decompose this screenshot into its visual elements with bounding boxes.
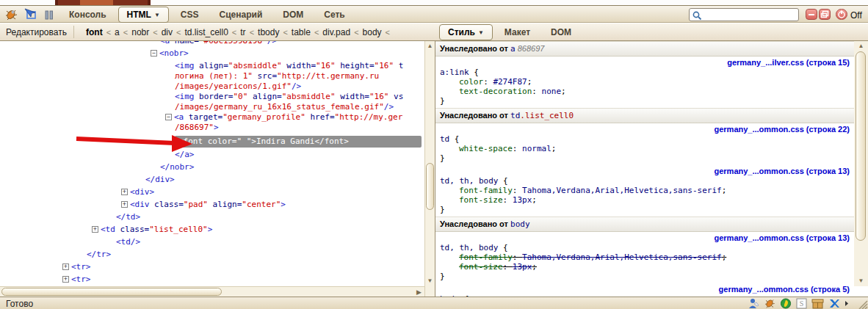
tree-node-row[interactable]: −<nobr> [0,48,424,59]
tab-консоль[interactable]: Консоль [60,7,115,23]
detach-button[interactable] [819,9,831,20]
tree-node-row[interactable]: </tr> [0,250,424,260]
tree-node-row[interactable]: логина (лет): 1" src="http://tt.germany.… [0,71,424,81]
tree-node-row[interactable]: −<a target="germany_profile" href="http:… [0,112,424,123]
firebug-icon[interactable] [4,8,18,21]
stylesheet-link[interactable]: germany_...ommon.css (строка 13) [440,167,850,176]
breadcrumb-item-tbody[interactable]: tbody [256,26,281,38]
header-element-ref[interactable]: 868697 [516,44,545,53]
package-icon[interactable] [811,298,824,309]
tree-node-row[interactable]: +<div> [0,187,424,197]
tab-html[interactable]: HTML▼ [118,7,169,23]
minimize-button[interactable] [806,9,817,20]
header-element-ref[interactable]: .list_cell0 [520,111,574,120]
css-property[interactable]: color: #274F87; [440,77,850,87]
stylesheet-link[interactable]: germany_...ommon.css (строка 22) [440,125,850,134]
scroll-up-icon[interactable]: ▲ [854,42,868,51]
breadcrumb-item-font[interactable]: font [84,26,105,38]
firebug-status-icon[interactable] [764,298,775,309]
expand-icon[interactable]: + [62,263,69,270]
tree-node-row[interactable]: <img border="0" align="absmiddle" width=… [0,92,424,102]
code-tag: <div> [130,187,154,197]
tree-node-row[interactable]: </div> [0,175,424,185]
selected-node-row[interactable]: <font color=" ">Indira Gandi</font> [0,136,424,148]
expand-icon[interactable]: + [121,201,128,208]
tree-node-row[interactable]: /images/yearicons/1.gif"/> [0,81,424,92]
style-vertical-scrollbar[interactable]: ▲ ▼ [854,41,868,286]
tree-horizontal-scrollbar[interactable]: ▶ [0,286,424,297]
chevron-down-icon: ▼ [478,29,484,36]
css-selector[interactable]: td, th, body { [440,176,850,186]
tree-node-row[interactable]: <a name="#08c15598198"/> [0,41,424,46]
side-tab-стиль[interactable]: Стиль▼ [439,24,493,40]
scroll-right-icon[interactable]: ▶ [416,288,422,297]
blue-x-icon[interactable] [828,298,840,309]
css-property[interactable]: font-family: Tahoma,Verdana,Arial,Helvet… [440,252,850,262]
breadcrumb-item-a[interactable]: a [112,26,122,38]
scrollbar-thumb[interactable] [426,163,434,210]
code-tag: <a [174,112,184,122]
expand-icon[interactable]: + [121,189,128,195]
breadcrumb-item-tr[interactable]: tr [238,26,247,38]
power-button[interactable] [836,9,847,20]
inspect-icon[interactable] [23,8,37,21]
tree-node-row[interactable]: /868697"> [0,123,424,133]
css-property[interactable]: white-space: normal; [440,144,850,153]
css-selector[interactable]: td { [440,134,850,144]
breadcrumb-item-div.pad[interactable]: div.pad [320,26,352,38]
tree-node-row[interactable]: +<div class="pad" align="center"> [0,200,424,210]
breadcrumb-item-div[interactable]: div [159,26,175,38]
header-element-ref[interactable]: a [510,44,516,54]
scroll-down-icon[interactable]: ▼ [425,277,435,286]
stylesheet-link[interactable]: germany_...ommon.css (строка 5) [440,285,850,294]
breadcrumb-item-nobr[interactable]: nobr [129,26,151,38]
breadcrumb-item-body[interactable]: body [361,26,384,38]
tab-css[interactable]: CSS [172,7,208,23]
css-selector[interactable]: a:link { [440,68,850,77]
tree-node-row[interactable]: /images/germany_ru_16x16_status_female.g… [0,102,424,112]
scroll-down-icon[interactable]: ▼ [854,277,868,286]
scroll-up-icon[interactable]: ▲ [425,42,435,51]
tab-сценарий[interactable]: Сценарий [211,7,272,23]
css-property[interactable]: font-size: 13px; [440,262,850,272]
stylesheet-link[interactable]: germany_...ommon.css (строка 13) [440,233,850,243]
breadcrumb-item-table[interactable]: table [289,26,313,38]
tab-сеть[interactable]: Сеть [315,7,353,23]
breadcrumb-item-td.list_cell0[interactable]: td.list_cell0 [182,26,230,38]
scrollbar-thumb[interactable] [1,288,222,296]
tree-node-row[interactable]: +<td class="list_cell0"> [0,225,424,235]
edit-button[interactable]: Редактировать [6,27,67,37]
stylesheet-link[interactable]: germany_...ilver.css (строка 15) [440,58,850,68]
user-hand-icon[interactable] [748,298,759,309]
search-input[interactable] [703,10,797,20]
css-property[interactable]: font-size: 13px; [440,195,850,205]
side-tab-макет[interactable]: Макет [496,24,539,40]
code-val: "absmiddle" [282,92,336,101]
side-tab-dom[interactable]: DOM [542,24,580,40]
green-orb-icon[interactable] [780,298,792,309]
pause-icon[interactable] [43,8,56,21]
header-element-ref[interactable]: body [510,219,530,229]
expand-arrow-icon[interactable] [845,300,849,307]
tree-node-row[interactable]: +<tr> [0,275,424,285]
expand-icon[interactable]: + [92,226,98,233]
inherited-from-header: Унаследовано от td.list_cell0 [435,108,854,123]
css-property[interactable]: font-family: Tahoma,Verdana,Arial,Helvet… [440,186,850,195]
header-element-ref[interactable]: td [510,111,520,120]
collapse-icon[interactable]: − [151,50,157,57]
tree-node-row[interactable]: +<tr> [0,262,424,272]
s-badge-icon[interactable]: S [796,298,807,309]
tree-node-row[interactable]: </td> [0,212,424,222]
tree-node-row[interactable]: </nobr> [0,162,424,172]
scrollbar-thumb[interactable] [856,51,866,241]
tree-node-row[interactable]: </a> [0,150,424,160]
code-tag: <div [130,200,150,209]
collapse-icon[interactable]: − [165,114,172,120]
tree-vertical-scrollbar[interactable]: ▲ ▼ [424,41,435,297]
css-selector[interactable]: td, th, body { [440,243,850,252]
expand-icon[interactable]: + [62,276,69,283]
tab-dom[interactable]: DOM [274,7,312,23]
tree-node-row[interactable]: <img align="absmiddle" width="16" height… [0,61,424,71]
css-property[interactable]: text-decoration: none; [440,87,850,96]
tree-node-row[interactable]: <td/> [0,237,424,247]
